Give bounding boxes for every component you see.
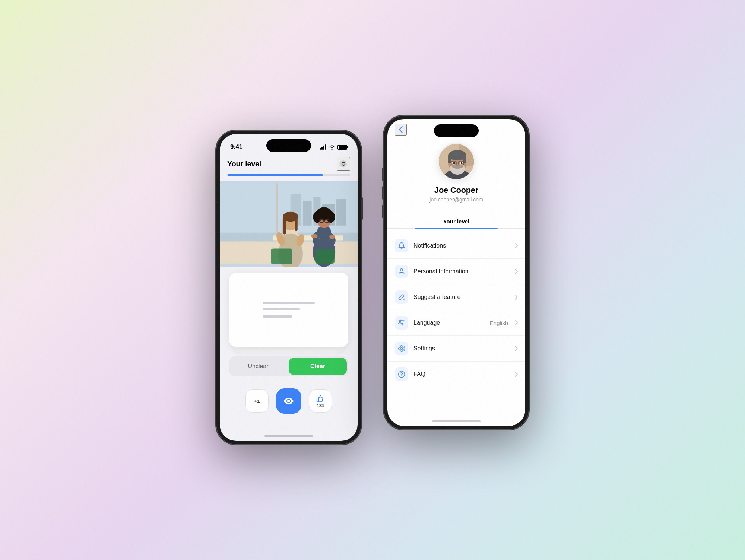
suggest-feature-icon-container xyxy=(395,290,408,304)
progress-bar-fill xyxy=(227,174,323,176)
view-button[interactable] xyxy=(276,388,301,414)
svg-point-53 xyxy=(461,162,463,164)
tab-your-level[interactable]: Your level xyxy=(387,214,525,228)
menu-item-faq[interactable]: FAQ xyxy=(387,362,525,387)
bell-icon xyxy=(398,242,405,249)
clear-button[interactable]: Clear xyxy=(289,358,347,375)
chevron-right-icon xyxy=(515,243,518,248)
chevron-right-icon-3 xyxy=(515,295,518,300)
faq-label: FAQ xyxy=(413,371,510,378)
svg-rect-35 xyxy=(271,248,292,264)
right-phone: Profile xyxy=(384,115,529,430)
avatar-section: Joe Cooper joe.cooper@gmail.com xyxy=(387,136,525,209)
card-line-1 xyxy=(263,302,315,304)
app-header: Your level xyxy=(220,154,358,174)
personal-info-icon-container xyxy=(395,265,408,278)
chevron-right-icon-2 xyxy=(515,269,518,274)
menu-item-settings[interactable]: Settings xyxy=(387,336,525,362)
language-label: Language xyxy=(413,319,485,326)
back-button[interactable] xyxy=(395,124,407,136)
plus-one-button[interactable]: +1 xyxy=(245,389,269,413)
person-circle-icon xyxy=(398,370,405,378)
left-phone: 9:41 Your level xyxy=(216,130,361,445)
menu-item-notifications[interactable]: Notifications xyxy=(387,233,525,259)
svg-point-61 xyxy=(401,348,403,350)
svg-rect-16 xyxy=(283,217,286,234)
chevron-right-icon-6 xyxy=(515,372,518,377)
eye-icon xyxy=(284,398,294,404)
gear-icon-menu xyxy=(398,345,405,352)
lesson-scene-image xyxy=(220,181,358,267)
faq-icon-container xyxy=(395,368,408,381)
svg-point-27 xyxy=(318,207,330,216)
signal-icon xyxy=(320,144,326,150)
like-count: 123 xyxy=(317,403,324,408)
svg-rect-3 xyxy=(303,201,312,225)
svg-rect-6 xyxy=(336,199,346,226)
user-email: joe.cooper@gmail.com xyxy=(429,197,483,203)
language-icon-container xyxy=(395,316,408,330)
language-value: English xyxy=(490,320,508,326)
thumbs-up-icon xyxy=(316,394,324,402)
notifications-label: Notifications xyxy=(413,242,510,249)
flash-card-stack xyxy=(229,273,348,353)
app-title: Your level xyxy=(227,160,261,168)
settings-label: Settings xyxy=(413,345,510,352)
svg-point-59 xyxy=(456,164,459,166)
menu-item-language[interactable]: Language English xyxy=(387,310,525,336)
wifi-icon xyxy=(329,145,335,150)
avatar-image xyxy=(439,144,474,179)
translate-icon xyxy=(398,319,405,327)
back-chevron-icon xyxy=(399,126,403,133)
like-button[interactable]: 123 xyxy=(309,389,332,413)
wand-icon xyxy=(398,293,405,301)
user-avatar xyxy=(438,143,475,180)
flash-card-front[interactable] xyxy=(229,273,348,347)
right-phone-screen: Profile xyxy=(387,119,525,426)
status-icons xyxy=(320,144,347,150)
gear-icon xyxy=(339,159,348,169)
person-icon xyxy=(398,268,405,275)
chevron-right-icon-4 xyxy=(515,320,518,325)
suggest-feature-label: Suggest a feature xyxy=(413,294,510,300)
notifications-icon-container xyxy=(395,239,408,252)
card-area: Unclear Clear xyxy=(220,267,358,382)
bottom-actions: +1 123 xyxy=(220,382,358,425)
home-indicator-right xyxy=(432,420,481,422)
chevron-right-icon-5 xyxy=(515,346,518,351)
progress-bar-background xyxy=(227,174,350,176)
svg-rect-17 xyxy=(295,217,298,231)
user-name: Joe Cooper xyxy=(434,185,478,195)
rating-row: Unclear Clear xyxy=(229,356,348,376)
card-line-2 xyxy=(263,308,300,310)
svg-point-60 xyxy=(400,269,403,271)
left-phone-screen: 9:41 Your level xyxy=(220,134,358,441)
lesson-photo xyxy=(220,181,358,267)
svg-line-58 xyxy=(464,162,466,163)
battery-icon xyxy=(337,145,347,150)
profile-tab-bar: Your level xyxy=(387,214,525,229)
status-time: 9:41 xyxy=(230,143,242,151)
svg-point-52 xyxy=(453,162,455,164)
settings-icon-container xyxy=(395,342,408,355)
svg-line-57 xyxy=(448,162,451,163)
svg-point-33 xyxy=(311,234,318,238)
dynamic-island-right xyxy=(434,124,479,137)
card-line-3 xyxy=(263,315,292,318)
dynamic-island xyxy=(266,139,311,152)
card-content xyxy=(263,302,315,318)
settings-button[interactable] xyxy=(337,157,350,171)
menu-item-suggest-feature[interactable]: Suggest a feature xyxy=(387,284,525,310)
svg-point-34 xyxy=(329,235,335,239)
menu-item-personal-info[interactable]: Personal Information xyxy=(387,259,525,284)
plus-one-label: +1 xyxy=(254,398,260,404)
svg-rect-36 xyxy=(315,249,335,264)
progress-bar-container xyxy=(220,174,358,176)
menu-list: Notifications Personal Information xyxy=(387,229,525,391)
unclear-button[interactable]: Unclear xyxy=(229,356,287,376)
personal-info-label: Personal Information xyxy=(413,268,510,275)
home-indicator xyxy=(264,435,313,437)
